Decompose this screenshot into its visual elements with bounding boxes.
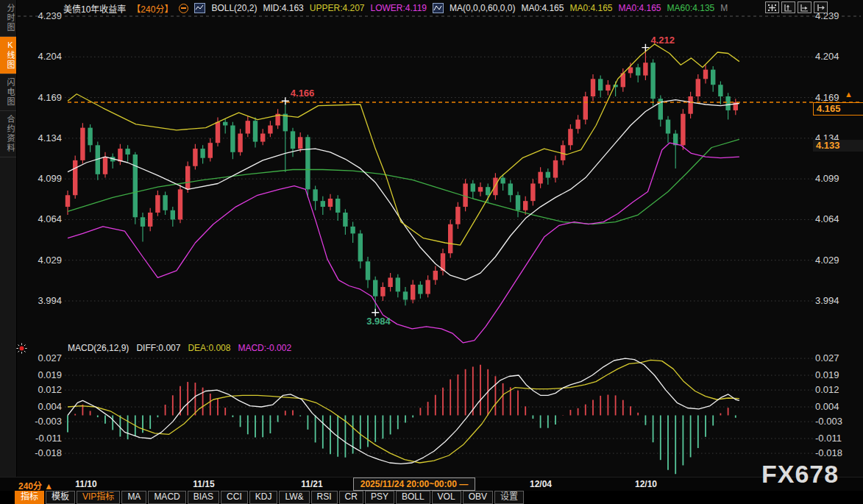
price-chart-canvas[interactable]: 4.1664.2123.984 [0,0,863,477]
chart-legend: 美债10年收益率 【240分】 BOLL(20,2) MID:4.163 UPP… [63,2,728,14]
ma0-value-2: MA0:4.165 [569,3,612,13]
sidebar-tab-lightning-chart[interactable]: 闪电图 [0,74,16,111]
sidebar-tab-time-chart[interactable]: 分时图 [0,0,16,37]
ma60-line [68,139,739,224]
x-axis-date: 11/21 [301,479,322,489]
price-marker-arrow-icon: ▲ [845,90,853,99]
secondary-price-tag: 4.133 [813,140,863,152]
toolbar-button-BOLL[interactable]: BOLL [396,491,430,504]
x-axis-date: 11/15 [193,479,214,489]
toolbar-button-CCI[interactable]: CCI [221,491,248,504]
price-annotation: 3.984 [366,316,391,327]
sidebar-tab-candlestick-chart[interactable]: K线图 [0,37,16,74]
ma-more-label: M [720,3,728,13]
toolbar-button-RSI[interactable]: RSI [311,491,338,504]
macd-diff-value: DIFF:0.007 [136,343,180,353]
macd-dea-value: DEA:0.008 [188,343,230,353]
boll-lower-value: LOWER:4.119 [371,3,427,13]
toolbar-button-MACD[interactable]: MACD [148,491,185,504]
sidebar: 分时图 K线图 闪电图 合约资料 [0,0,17,477]
sidebar-tab-contract-info[interactable]: 合约资料 [0,111,16,157]
selected-bar-time-label: 2025/11/24 20:00~00:00 — [353,478,475,491]
macd-params-label: MACD(26,12,9) [68,343,129,353]
ma-indicator-icon[interactable] [433,3,444,13]
ma0-value-1: MA0:4.165 [521,3,564,13]
boll-label: BOLL(20,2) [211,3,257,13]
toolbar-button-KDJ[interactable]: KDJ [249,491,278,504]
macd-bar-value: MACD:-0.002 [238,343,291,353]
chart-toolbox [765,1,828,13]
ma0-value-3: MA0:4.165 [618,3,661,13]
current-price-tag: 4.165 [813,102,863,116]
boll-mid-value: MID:4.163 [263,3,303,13]
candlestick-series [65,48,738,313]
boll-mid-line [68,100,739,280]
gridlines [18,16,861,453]
boll-upper-value: UPPER:4.207 [310,3,365,13]
boll-indicator-icon[interactable] [194,3,205,13]
toolbar-button-CR[interactable]: CR [339,491,363,504]
ma60-value: MA60:4.135 [667,3,715,13]
boll-lower-line [68,143,739,343]
extreme-cross-icon [282,97,289,104]
toolbar-button-模板[interactable]: 模板 [46,491,75,504]
pan-right-icon[interactable] [814,1,828,13]
annotations: 4.1664.2123.984 [282,35,675,327]
period-label: 【240分】 [132,2,173,15]
x-axis-date: 12/10 [635,479,657,489]
instrument-title: 美债10年收益率 [63,2,126,15]
price-annotation: 4.212 [650,35,675,46]
toolbar-button-VIP指标[interactable]: VIP指标 [77,491,120,504]
toolbar-button-BIAS[interactable]: BIAS [188,491,219,504]
y-axis-scale-icon[interactable] [781,1,795,13]
price-annotation: 4.166 [291,88,315,99]
period-selector[interactable]: 240分 ▲ [18,479,53,491]
x-axis-date: 11/10 [75,479,96,489]
indicator-toolbar: 指标模板VIP指标MAMACDBIASCCIKDJLW&RSICRPSYBOLL… [0,491,863,504]
toolbar-button-VOL[interactable]: VOL [432,491,461,504]
macd-legend: MACD(26,12,9) DIFF:0.007 DEA:0.008 MACD:… [68,343,291,353]
toolbar-button-PSY[interactable]: PSY [365,491,394,504]
macd-diff-line [68,358,739,464]
toolbar-button-指标[interactable]: 指标 [15,491,44,504]
watermark: FX678 [761,460,839,489]
extreme-cross-icon [642,44,649,52]
time-axis: 240分 ▲ 2025/11/24 20:00~00:00 — 11/1011/… [0,477,863,491]
macd-histogram [68,365,736,475]
chart-application: 4.1664.2123.984 分时图 K线图 闪电图 合约资料 美债10年收益… [0,0,863,504]
collapse-icon[interactable] [179,4,188,13]
toolbar-button-MA[interactable]: MA [121,491,146,504]
x-axis-date: 12/04 [530,479,552,489]
toolbar-button-LW&[interactable]: LW& [279,491,309,504]
toolbar-button-设置[interactable]: 设置 [494,491,524,504]
x-axis-scale-icon[interactable] [798,1,811,13]
ma-params-label: MA(0,0,0,60,0,0) [450,3,515,13]
crosshair-icon[interactable] [765,1,779,13]
alert-burst-icon[interactable] [16,343,27,357]
toolbar-button-OBV[interactable]: OBV [463,491,493,504]
